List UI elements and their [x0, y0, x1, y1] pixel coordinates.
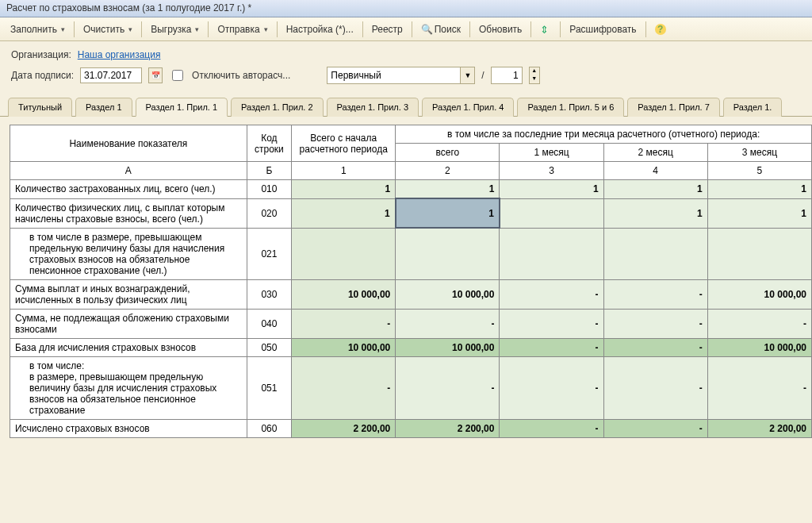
doc-type-select[interactable]: Первичный ▼ — [327, 67, 475, 84]
cell-value[interactable]: 1 — [396, 180, 500, 199]
cell-value[interactable]: - — [603, 309, 707, 338]
cell-value[interactable]: 1 — [396, 198, 500, 228]
cell-value[interactable]: 10 000,00 — [396, 338, 500, 356]
tab-3[interactable]: Раздел 1. Прил. 2 — [231, 98, 323, 117]
cell-value[interactable]: 1 — [707, 180, 811, 199]
cell-name: в том числе:в размере, превышающем преде… — [10, 356, 247, 419]
tab-0[interactable]: Титульный — [8, 98, 72, 117]
cell-value[interactable]: 10 000,00 — [707, 338, 811, 356]
cell-value[interactable]: 2 200,00 — [396, 419, 500, 437]
tab-2[interactable]: Раздел 1. Прил. 1 — [136, 98, 228, 117]
calendar-button[interactable]: 📅 — [148, 67, 163, 83]
cell-value[interactable]: 2 200,00 — [292, 419, 396, 437]
expand-button[interactable] — [534, 21, 557, 38]
org-label: Организация: — [11, 49, 71, 60]
cell-value[interactable]: - — [500, 356, 603, 419]
cell-value[interactable]: 1 — [292, 180, 396, 199]
cell-value[interactable]: 2 200,00 — [707, 419, 811, 437]
tab-1[interactable]: Раздел 1 — [75, 98, 132, 117]
separator — [645, 21, 646, 37]
doc-type-value: Первичный — [327, 70, 460, 81]
separator — [412, 21, 412, 37]
select-dropdown-button[interactable]: ▼ — [460, 67, 474, 83]
table-row: в том числе:в размере, превышающем преде… — [10, 356, 812, 419]
separator — [560, 21, 561, 37]
decode-button[interactable]: Расшифровать — [564, 21, 642, 38]
cell-value[interactable]: 1 — [603, 198, 707, 228]
org-link[interactable]: Наша организация — [78, 49, 161, 60]
cell-value[interactable]: - — [396, 309, 500, 338]
cell-value[interactable]: 10 000,00 — [707, 279, 811, 309]
send-button[interactable]: Отправка — [212, 21, 273, 38]
cell-name: Сумма, не подлежащая обложению страховым… — [10, 309, 247, 338]
cell-value[interactable] — [500, 228, 603, 279]
table-row: Количество застрахованных лиц, всего (че… — [10, 180, 812, 199]
th-sub: 1 месяц — [500, 144, 603, 162]
cell-value[interactable] — [707, 228, 811, 279]
export-button[interactable]: Выгрузка — [145, 21, 205, 38]
help-button[interactable] — [649, 21, 672, 38]
clear-button[interactable]: Очистить — [78, 21, 138, 38]
cell-name: в том числе в размере, превышающем преде… — [10, 228, 247, 279]
disable-auto-label: Отключить авторасч... — [192, 70, 290, 81]
cell-value[interactable]: 1 — [707, 198, 811, 228]
tab-6[interactable]: Раздел 1. Прил. 5 и 6 — [517, 98, 624, 117]
settings-button[interactable]: Настройка (*)... — [281, 21, 359, 38]
cell-value[interactable]: - — [500, 419, 603, 437]
table-row: в том числе в размере, превышающем преде… — [10, 228, 812, 279]
th-letter: 4 — [603, 162, 707, 180]
cell-value[interactable] — [396, 228, 500, 279]
cell-value[interactable] — [603, 228, 707, 279]
cell-value[interactable]: - — [396, 356, 500, 419]
th-name: Наименование показателя — [10, 125, 247, 162]
cell-value[interactable]: - — [707, 356, 811, 419]
search-button[interactable]: Поиск — [416, 21, 466, 38]
tab-4[interactable]: Раздел 1. Прил. 3 — [327, 98, 419, 117]
expand-icon — [540, 24, 551, 35]
tab-8[interactable]: Раздел 1. — [723, 98, 783, 117]
th-letter: 2 — [396, 162, 500, 180]
fill-button[interactable]: Заполнить — [5, 21, 71, 38]
tab-7[interactable]: Раздел 1. Прил. 7 — [627, 98, 719, 117]
sign-date-input[interactable] — [80, 67, 142, 83]
disable-auto-checkbox[interactable] — [172, 70, 183, 81]
cell-code: 010 — [247, 180, 292, 199]
tabs: ТитульныйРаздел 1Раздел 1. Прил. 1Раздел… — [0, 97, 812, 117]
cell-value[interactable]: 1 — [603, 180, 707, 199]
cell-value[interactable]: - — [603, 338, 707, 356]
refresh-button[interactable]: Обновить — [473, 21, 527, 38]
registry-button[interactable]: Реестр — [366, 21, 408, 38]
cell-value[interactable]: 1 — [500, 180, 603, 199]
tab-5[interactable]: Раздел 1. Прил. 4 — [422, 98, 514, 117]
table-row: Исчислено страховых взносов0602 200,002 … — [10, 419, 812, 437]
toolbar: Заполнить Очистить Выгрузка Отправка Нас… — [0, 17, 812, 41]
cell-value[interactable]: - — [603, 356, 707, 419]
separator — [362, 21, 363, 37]
cell-name: Количество застрахованных лиц, всего (че… — [10, 180, 247, 199]
data-table: Наименование показателя Код строки Всего… — [10, 125, 812, 438]
cell-value[interactable]: - — [603, 279, 707, 309]
cell-value[interactable]: - — [292, 309, 396, 338]
cell-value[interactable] — [500, 198, 603, 228]
cell-value[interactable]: 10 000,00 — [292, 279, 396, 309]
cell-value[interactable]: - — [500, 309, 603, 338]
cell-value[interactable]: - — [292, 356, 396, 419]
table-row: Сумма выплат и иных вознаграждений, исчи… — [10, 279, 812, 309]
cell-value[interactable]: 1 — [292, 198, 396, 228]
separator — [530, 21, 531, 37]
cell-value[interactable]: 10 000,00 — [292, 338, 396, 356]
seq-spinner[interactable]: ▲▼ — [529, 67, 540, 84]
cell-value[interactable]: - — [707, 309, 811, 338]
cell-value[interactable]: - — [603, 419, 707, 437]
cell-value[interactable]: 10 000,00 — [396, 279, 500, 309]
th-sub: всего — [396, 144, 500, 162]
form-area: Организация: Наша организация Дата подпи… — [0, 41, 812, 97]
cell-value[interactable]: - — [500, 338, 603, 356]
th-sub: 2 месяц — [603, 144, 707, 162]
slash-label: / — [481, 70, 484, 81]
cell-code: 051 — [247, 356, 292, 419]
th-letter: 5 — [707, 162, 811, 180]
cell-value[interactable]: - — [500, 279, 603, 309]
seq-input[interactable] — [491, 67, 523, 84]
cell-value[interactable] — [292, 228, 396, 279]
